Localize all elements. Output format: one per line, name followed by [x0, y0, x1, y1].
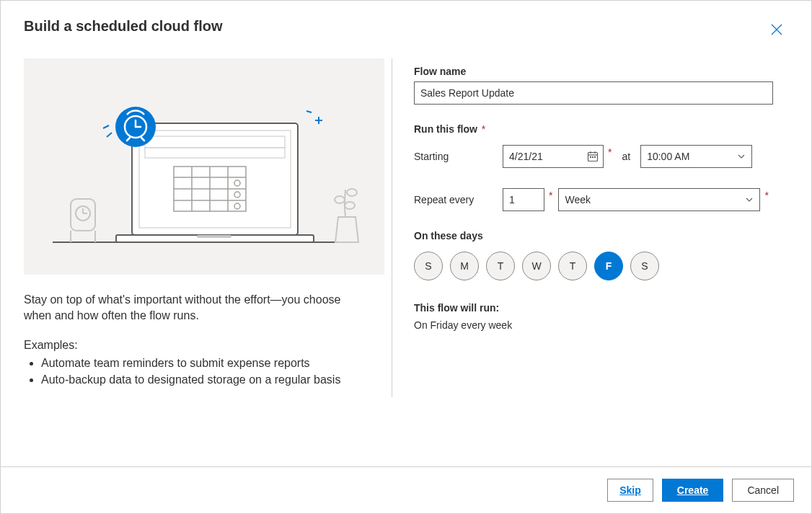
plant-icon — [335, 189, 358, 242]
repeat-row: Repeat every 1 * Week * — [414, 188, 788, 211]
day-label: M — [460, 260, 469, 272]
summary-label: This flow will run: — [414, 302, 788, 314]
svg-rect-42 — [592, 156, 593, 158]
starting-row: Starting 4/21/21 — [414, 145, 788, 168]
required-asterisk: * — [608, 146, 612, 158]
calendar-grid-icon — [174, 167, 246, 211]
day-wednesday-button[interactable]: W — [522, 252, 551, 280]
svg-rect-41 — [590, 156, 591, 158]
day-label: S — [425, 260, 431, 272]
day-label: W — [531, 260, 541, 272]
svg-line-27 — [306, 111, 312, 112]
day-monday-button[interactable]: M — [450, 252, 479, 280]
starting-label: Starting — [414, 151, 497, 162]
skip-button[interactable]: Skip — [607, 479, 653, 502]
chevron-down-icon — [745, 195, 754, 204]
svg-line-23 — [103, 125, 109, 128]
day-label: S — [641, 260, 648, 272]
flow-name-label: Flow name — [414, 66, 788, 77]
day-friday-button[interactable]: F — [594, 252, 623, 280]
starting-time-select[interactable]: 10:00 AM — [640, 145, 752, 168]
scheduled-flow-dialog: Build a scheduled cloud flow — [0, 0, 812, 514]
dialog-title: Build a scheduled cloud flow — [24, 18, 223, 35]
required-asterisk: * — [479, 123, 485, 135]
illustration — [24, 58, 384, 275]
day-saturday-button[interactable]: S — [630, 252, 659, 280]
calendar-icon — [587, 151, 599, 162]
description-text: Stay on top of what's important without … — [24, 292, 363, 324]
svg-rect-6 — [145, 136, 285, 148]
chevron-down-icon — [737, 152, 746, 161]
create-button[interactable]: Create — [662, 479, 724, 502]
day-label: F — [606, 260, 612, 272]
required-asterisk: * — [764, 190, 768, 201]
svg-point-35 — [347, 189, 357, 196]
dialog-body: Stay on top of what's important without … — [1, 41, 811, 466]
repeat-count-input[interactable]: 1 — [503, 188, 544, 211]
repeat-count-value: 1 — [509, 194, 515, 205]
repeat-unit-select[interactable]: Week — [558, 188, 760, 211]
required-asterisk: * — [549, 190, 552, 201]
flow-name-input[interactable] — [414, 81, 773, 105]
summary-section: This flow will run: On Friday every week — [414, 302, 788, 331]
summary-text: On Friday every week — [414, 319, 788, 331]
run-label-text: Run this flow — [414, 123, 477, 135]
svg-rect-43 — [594, 156, 596, 158]
svg-rect-5 — [197, 235, 231, 238]
svg-point-36 — [345, 202, 355, 209]
repeat-label: Repeat every — [414, 194, 497, 205]
examples-label: Examples: — [24, 339, 363, 352]
day-label: T — [498, 260, 504, 272]
dialog-header: Build a scheduled cloud flow — [1, 1, 811, 41]
days-row: S M T W T F S — [414, 252, 788, 280]
day-label: T — [570, 260, 576, 272]
day-tuesday-button[interactable]: T — [486, 252, 515, 280]
days-section: On these days S M T W T F S — [414, 230, 788, 280]
svg-rect-28 — [71, 199, 95, 231]
repeat-unit-value: Week — [565, 194, 591, 205]
run-this-flow-section: Run this flow * Starting 4/21/21 — [414, 123, 788, 211]
right-pane: Flow name Run this flow * Starting 4/21/… — [392, 58, 788, 466]
svg-line-24 — [107, 133, 112, 137]
example-item: Auto-backup data to designated storage o… — [41, 371, 363, 388]
run-this-flow-label: Run this flow * — [414, 123, 788, 135]
days-label: On these days — [414, 230, 788, 242]
close-icon — [771, 24, 782, 35]
at-label: at — [622, 151, 630, 162]
starting-time-value: 10:00 AM — [647, 151, 689, 162]
room-clock-icon — [71, 199, 95, 242]
day-sunday-button[interactable]: S — [414, 252, 443, 280]
starting-date-input[interactable]: 4/21/21 — [503, 145, 604, 168]
dialog-footer: Skip Create Cancel — [1, 466, 811, 513]
close-button[interactable] — [765, 18, 788, 41]
examples-list: Automate team reminders to submit expens… — [24, 355, 363, 388]
flow-name-section: Flow name — [414, 66, 788, 105]
cancel-button[interactable]: Cancel — [732, 479, 794, 502]
starting-date-value: 4/21/21 — [509, 151, 543, 162]
left-pane: Stay on top of what's important without … — [24, 58, 392, 466]
svg-point-34 — [335, 196, 345, 203]
example-item: Automate team reminders to submit expens… — [41, 355, 363, 371]
day-thursday-button[interactable]: T — [558, 252, 587, 280]
svg-rect-7 — [145, 148, 285, 158]
